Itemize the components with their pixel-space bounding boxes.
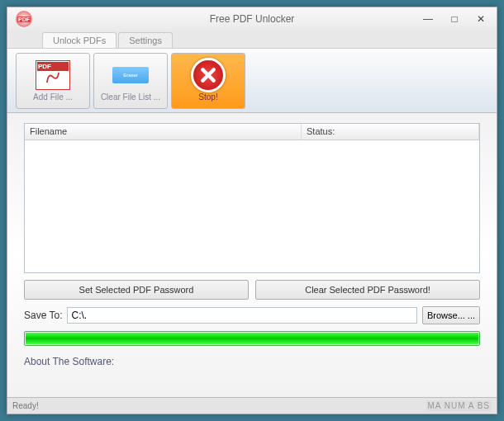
password-button-row: Set Selected PDF Password Clear Selected… — [24, 280, 480, 300]
tab-unlock-pdfs[interactable]: Unlock PDFs — [42, 32, 116, 48]
tabbar: Unlock PDFs Settings — [7, 31, 497, 49]
minimize-button[interactable]: — — [416, 11, 440, 27]
stop-button[interactable]: Stop! — [171, 53, 245, 109]
browse-button[interactable]: Browse... ... — [422, 306, 480, 324]
about-link[interactable]: About The Software: — [24, 352, 480, 367]
window-title: Free PDF Unlocker — [210, 13, 295, 25]
column-status[interactable]: Status: — [302, 124, 479, 140]
app-window: Free PDF Unlocker — □ ✕ Unlock PDFs Sett… — [7, 7, 497, 414]
stop-icon — [190, 59, 226, 91]
save-to-label: Save To: — [24, 310, 62, 321]
statusbar: Ready! MA NUM A BS — [7, 397, 497, 414]
maximize-button[interactable]: □ — [442, 11, 467, 27]
tab-settings[interactable]: Settings — [118, 32, 173, 48]
clear-password-button[interactable]: Clear Selected PDF Password! — [255, 280, 480, 300]
eraser-icon — [112, 59, 149, 91]
progress-fill — [26, 333, 478, 344]
toolbar: Add File ... Clear File List ... Stop! — [7, 49, 497, 113]
clear-file-list-label: Clear File List ... — [101, 92, 160, 102]
titlebar[interactable]: Free PDF Unlocker — □ ✕ — [7, 7, 497, 31]
progress-bar — [24, 331, 480, 346]
app-icon — [16, 11, 32, 27]
add-file-button[interactable]: Add File ... — [16, 53, 90, 109]
main-area: Filename Status: Set Selected PDF Passwo… — [7, 113, 497, 397]
keyboard-indicators: MA NUM A BS — [426, 400, 492, 411]
set-password-button[interactable]: Set Selected PDF Password — [24, 280, 249, 300]
save-path-input[interactable] — [67, 307, 417, 324]
column-filename[interactable]: Filename — [25, 124, 302, 140]
list-header: Filename Status: — [25, 124, 479, 140]
status-text: Ready! — [12, 401, 39, 410]
clear-file-list-button[interactable]: Clear File List ... — [93, 53, 168, 109]
add-file-label: Add File ... — [33, 92, 73, 102]
close-button[interactable]: ✕ — [468, 11, 493, 27]
save-to-row: Save To: Browse... ... — [24, 306, 480, 324]
file-list[interactable]: Filename Status: — [24, 123, 480, 273]
stop-label: Stop! — [198, 92, 217, 102]
pdf-file-icon — [35, 59, 71, 91]
